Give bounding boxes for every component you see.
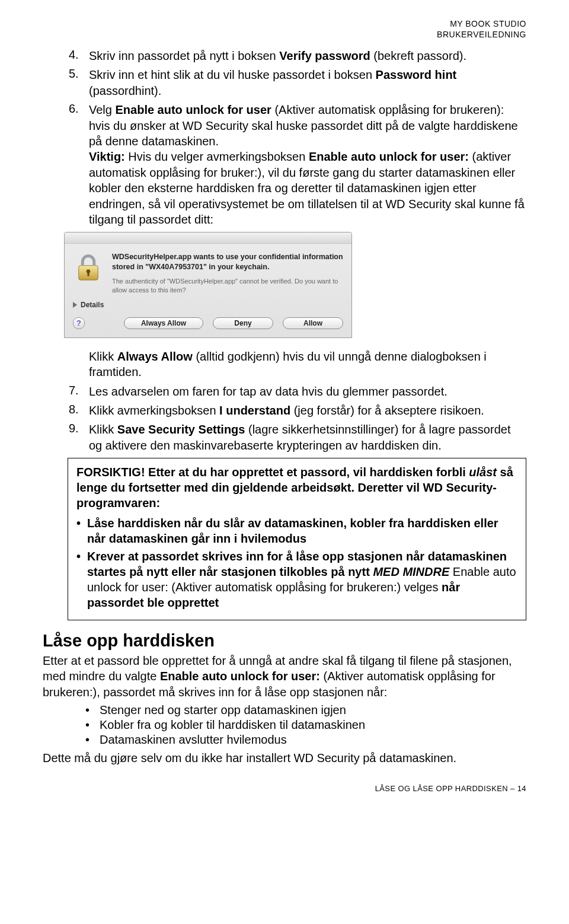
- allow-button[interactable]: Allow: [283, 317, 343, 329]
- bullet-dot: •: [85, 718, 100, 732]
- text-part: (passordhint).: [89, 84, 161, 97]
- caution-bullet-1: • Låse harddisken når du slår av datamas…: [76, 515, 517, 546]
- caution-bullets: • Låse harddisken når du slår av datamas…: [76, 515, 517, 610]
- step-5: 5. Skriv inn et hint slik at du vil husk…: [69, 67, 526, 98]
- bold-term: Enable auto unlock for user:: [160, 670, 320, 683]
- text-part: Etter at du har opprettet et passord, vi…: [145, 466, 469, 479]
- dialog-buttons-row: ? Always Allow Deny Allow: [65, 317, 351, 337]
- keychain-dialog: WDSecurityHelper.app wants to use your c…: [64, 232, 352, 337]
- steps-list: 4. Skriv inn passordet på nytt i boksen …: [69, 48, 526, 227]
- bullet-text: Låse harddisken når du slår av datamaski…: [87, 515, 517, 546]
- bold-term: Save Security Settings: [117, 423, 245, 436]
- section-title: Låse opp harddisken: [43, 631, 526, 651]
- text-part: Skriv inn passordet på nytt i boksen: [89, 49, 279, 62]
- after-dialog-text: Klikk Always Allow (alltid godkjenn) hvi…: [89, 349, 526, 380]
- text-part: Klikk: [89, 423, 117, 436]
- deny-button[interactable]: Deny: [213, 317, 273, 329]
- text-part: Klikk: [89, 350, 117, 363]
- bold-term: Verify password: [279, 49, 370, 62]
- bullet-text: Krever at passordet skrives inn for å lå…: [87, 549, 517, 610]
- step-text: Klikk Save Security Settings (lagre sikk…: [89, 422, 526, 453]
- button-row: Always Allow Deny Allow: [124, 317, 343, 329]
- svg-rect-2: [87, 272, 89, 276]
- bold-term: Enable auto unlock for user:: [309, 150, 469, 163]
- italic-term: MED MINDRE: [373, 565, 449, 578]
- list-item: •Kobler fra og kobler til harddisken til…: [85, 718, 526, 732]
- text-part: Velg: [89, 103, 115, 116]
- header-line-1: MY BOOK STUDIO: [43, 19, 526, 30]
- text-part: (jeg forstår) for å akseptere risikoen.: [290, 404, 484, 417]
- bullet-dot: •: [85, 733, 100, 747]
- section-intro: Etter at et passord ble opprettet for å …: [43, 653, 526, 700]
- text-part: (bekreft passord).: [370, 49, 466, 62]
- step-number: 8.: [69, 403, 89, 418]
- caution-box: FORSIKTIG! Etter at du har opprettet et …: [68, 458, 526, 620]
- step-number: 5.: [69, 67, 89, 98]
- document-page: MY BOOK STUDIO BRUKERVEILEDNING 4. Skriv…: [0, 0, 569, 924]
- step-4: 4. Skriv inn passordet på nytt i boksen …: [69, 48, 526, 63]
- bold-term: Always Allow: [117, 350, 193, 363]
- caution-lead: FORSIKTIG! Etter at du har opprettet et …: [76, 464, 517, 511]
- page-footer: LÅSE OG LÅSE OPP HARDDISKEN – 14: [43, 784, 526, 793]
- dialog-title: WDSecurityHelper.app wants to use your c…: [112, 252, 343, 272]
- caution-bullet-2: • Krever at passordet skrives inn for å …: [76, 549, 517, 610]
- step-9: 9. Klikk Save Security Settings (lagre s…: [69, 422, 526, 453]
- keychain-dialog-wrap: WDSecurityHelper.app wants to use your c…: [64, 232, 526, 337]
- step-text: Skriv inn passordet på nytt i boksen Ver…: [89, 48, 466, 63]
- steps-list-cont: 7. Les advarselen om faren for tap av da…: [69, 384, 526, 454]
- bullet-dot: •: [85, 703, 100, 717]
- bold-term: Enable auto unlock for user: [115, 103, 271, 116]
- help-icon[interactable]: ?: [73, 317, 85, 329]
- bullet-dot: •: [76, 515, 87, 546]
- italic-term: ulåst: [469, 466, 497, 479]
- text-part: Skriv inn et hint slik at du vil huske p…: [89, 68, 376, 81]
- step-number: 9.: [69, 422, 89, 453]
- dialog-message: WDSecurityHelper.app wants to use your c…: [112, 252, 343, 294]
- step-number: 7.: [69, 384, 89, 399]
- step-number: 4.: [69, 48, 89, 63]
- dialog-body: WDSecurityHelper.app wants to use your c…: [65, 244, 351, 294]
- dialog-subtitle: The authenticity of "WDSecurityHelper.ap…: [112, 277, 343, 295]
- text-part: Hvis du velger avmerkingsboksen: [125, 150, 309, 163]
- details-toggle[interactable]: Details: [81, 301, 104, 309]
- dialog-titlebar: [65, 232, 351, 244]
- important-label: Viktig:: [89, 150, 125, 163]
- caution-label: FORSIKTIG!: [76, 466, 145, 479]
- always-allow-button[interactable]: Always Allow: [124, 317, 203, 329]
- step-text: Skriv inn et hint slik at du vil huske p…: [89, 67, 526, 98]
- list-item: •Datamaskinen avslutter hvilemodus: [85, 733, 526, 747]
- dialog-lower: Details: [65, 295, 351, 317]
- text-part: Låse harddisken når du slår av datamaski…: [87, 517, 498, 545]
- bullet-text: Kobler fra og kobler til harddisken til …: [100, 718, 365, 732]
- step-6: 6. Velg Enable auto unlock for user (Akt…: [69, 102, 526, 227]
- header-line-2: BRUKERVEILEDNING: [43, 30, 526, 40]
- text-part: Klikk avmerkingsboksen: [89, 404, 219, 417]
- list-item: •Stenger ned og starter opp datamaskinen…: [85, 703, 526, 717]
- section-bullets: •Stenger ned og starter opp datamaskinen…: [43, 703, 526, 747]
- section-outro: Dette må du gjøre selv om du ikke har in…: [43, 750, 526, 766]
- step-number: 6.: [69, 102, 89, 227]
- disclosure-triangle-icon[interactable]: [73, 302, 77, 308]
- bullet-dot: •: [76, 549, 87, 610]
- step-text: Velg Enable auto unlock for user (Aktive…: [89, 102, 526, 227]
- bullet-text: Datamaskinen avslutter hvilemodus: [100, 733, 287, 747]
- document-header: MY BOOK STUDIO BRUKERVEILEDNING: [43, 19, 526, 40]
- step-7: 7. Les advarselen om faren for tap av da…: [69, 384, 526, 399]
- bold-term: I understand: [219, 404, 290, 417]
- step-text: Les advarselen om faren for tap av data …: [89, 384, 447, 399]
- lock-icon: [73, 252, 104, 283]
- step-text: Klikk avmerkingsboksen I understand (jeg…: [89, 403, 484, 418]
- step-8: 8. Klikk avmerkingsboksen I understand (…: [69, 403, 526, 418]
- bullet-text: Stenger ned og starter opp datamaskinen …: [100, 703, 346, 717]
- bold-term: Password hint: [376, 68, 457, 81]
